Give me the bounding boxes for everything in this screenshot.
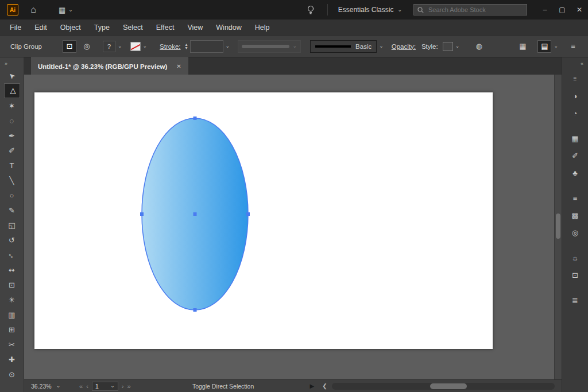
swatches-panel-icon[interactable]: ▦ bbox=[567, 131, 584, 145]
panel-menu-icon[interactable]: ≡ bbox=[567, 72, 584, 86]
last-artboard-button[interactable]: » bbox=[127, 383, 130, 390]
stroke-panel-icon[interactable]: ≡ bbox=[567, 191, 584, 205]
opacity-link[interactable]: Opacity: bbox=[392, 43, 416, 50]
horizontal-scrollbar-thumb[interactable] bbox=[430, 383, 467, 389]
status-text: Toggle Direct Selection bbox=[152, 383, 295, 390]
document-tab[interactable]: Untitled-1* @ 36.23% (RGB/GPU Preview) ✕ bbox=[31, 57, 188, 75]
controlbar-right-group: ▦ ▤ ⌄ ≡ bbox=[516, 40, 580, 53]
select-similar-button[interactable]: ◎ bbox=[80, 40, 94, 53]
first-artboard-button[interactable]: « bbox=[79, 383, 83, 390]
canvas[interactable] bbox=[24, 75, 562, 379]
pencil-tool[interactable]: ✎ bbox=[4, 203, 20, 218]
zoom-tool[interactable]: ⊙ bbox=[4, 367, 20, 382]
type-tool[interactable]: T bbox=[4, 158, 20, 173]
menu-view[interactable]: View bbox=[185, 22, 204, 33]
anchor-point-right[interactable] bbox=[246, 212, 250, 216]
status-options-arrow[interactable]: ▶ bbox=[310, 383, 315, 389]
menu-item-label: Edit bbox=[34, 24, 47, 32]
expand-panels-button[interactable]: « bbox=[581, 59, 588, 68]
zoom-level-dropdown[interactable]: 36.23% ⌄ bbox=[31, 383, 71, 390]
magic-wand-tool[interactable]: ✶ bbox=[4, 98, 20, 113]
chevron-down-icon: ⌄ bbox=[397, 7, 402, 13]
next-artboard-button[interactable]: › bbox=[122, 383, 124, 390]
stroke-color-dropdown[interactable]: ⌄ bbox=[130, 42, 148, 51]
scroll-left-icon[interactable]: ❮ bbox=[322, 383, 327, 389]
menu-type[interactable]: Type bbox=[92, 22, 111, 33]
vertical-scrollbar[interactable] bbox=[554, 75, 562, 379]
recolor-artwork-button[interactable]: ◍ bbox=[472, 40, 486, 53]
menu-edit[interactable]: Edit bbox=[33, 22, 49, 33]
menu-effect[interactable]: Effect bbox=[154, 22, 176, 33]
hand-tool[interactable]: ✚ bbox=[4, 352, 20, 367]
tool-icon: ▥ bbox=[8, 311, 15, 319]
appearance-panel-icon[interactable]: ☼ bbox=[567, 251, 584, 265]
workspace-switcher[interactable]: Essentials Classic ⌄ bbox=[327, 4, 402, 15]
stroke-panel-link[interactable]: Stroke: bbox=[160, 43, 180, 50]
column-graph-tool[interactable]: ▥ bbox=[4, 307, 20, 322]
color-panel-icon[interactable]: ◑ bbox=[567, 89, 584, 103]
menu-object[interactable]: Object bbox=[59, 22, 83, 33]
artboard-number-dropdown[interactable]: 1 ⌄ bbox=[92, 382, 118, 391]
vertical-scrollbar-thumb[interactable] bbox=[556, 214, 560, 239]
adobe-stock-search[interactable] bbox=[413, 4, 527, 15]
menu-select[interactable]: Select bbox=[121, 22, 145, 33]
symbols-panel-icon[interactable]: ♣ bbox=[567, 166, 584, 180]
anchor-point-bottom[interactable] bbox=[194, 308, 197, 312]
tab-close-icon[interactable]: ✕ bbox=[176, 63, 181, 69]
anchor-point-left[interactable] bbox=[140, 212, 144, 216]
color-guide-panel-icon[interactable]: ◔ bbox=[567, 106, 584, 120]
shape-builder-tool[interactable]: ◱ bbox=[4, 218, 20, 232]
width-tool[interactable]: ↭ bbox=[4, 262, 20, 277]
menu-file[interactable]: File bbox=[8, 22, 23, 33]
chevron-down-icon: ⌄ bbox=[143, 44, 148, 49]
selection-tool[interactable]: ➤ bbox=[4, 68, 20, 83]
variable-width-profile-dropdown[interactable]: ? ⌄ bbox=[103, 41, 122, 52]
free-transform-tool[interactable]: ⊡ bbox=[4, 277, 20, 292]
menu-window[interactable]: Window bbox=[214, 22, 243, 33]
gradient-panel-icon[interactable]: ▩ bbox=[567, 208, 584, 222]
brushes-panel-icon[interactable]: ✐ bbox=[567, 149, 584, 162]
arrange-documents-button[interactable]: ▦ ⌄ bbox=[55, 0, 76, 20]
graphic-style-dropdown[interactable]: ⌄ bbox=[443, 42, 460, 51]
controlbar-menu-button[interactable]: ≡ bbox=[566, 40, 580, 53]
search-input[interactable] bbox=[427, 6, 516, 14]
tool-icon: ↺ bbox=[9, 236, 15, 244]
panel-icon: ✐ bbox=[572, 152, 578, 160]
horizontal-scrollbar[interactable] bbox=[332, 383, 555, 390]
menu-help[interactable]: Help bbox=[253, 22, 272, 33]
scale-tool[interactable]: ↔ bbox=[4, 247, 20, 262]
document-arrangement-button[interactable]: ▦ bbox=[516, 40, 529, 53]
home-button[interactable]: ⌂ bbox=[22, 0, 45, 20]
isolate-selected-object-button[interactable]: ⊡ bbox=[63, 40, 76, 53]
close-button[interactable]: ✕ bbox=[571, 0, 588, 20]
graphic-styles-panel-icon[interactable]: ⊡ bbox=[567, 268, 584, 282]
menu-item-label: Effect bbox=[156, 24, 175, 32]
minimize-button[interactable]: – bbox=[536, 0, 554, 20]
previous-artboard-button[interactable]: ‹ bbox=[86, 383, 88, 390]
stroke-weight-stepper[interactable]: ▴ ▾ bbox=[185, 43, 188, 50]
artboard-tool[interactable]: ⊞ bbox=[4, 322, 20, 337]
transparency-panel-icon[interactable]: ◎ bbox=[567, 226, 584, 239]
ellipse-tool[interactable]: ○ bbox=[4, 188, 20, 203]
stroke-weight-dropdown[interactable]: ⌄ bbox=[190, 40, 230, 53]
whats-new-button[interactable] bbox=[307, 0, 315, 20]
line-segment-tool[interactable]: ╲ bbox=[4, 173, 20, 188]
maximize-button[interactable]: ▢ bbox=[554, 0, 571, 20]
stroke-style-dropdown[interactable]: Basic ⌄ bbox=[310, 40, 384, 53]
lasso-tool[interactable]: ◌ bbox=[4, 113, 20, 128]
expand-tools-button[interactable]: » bbox=[0, 59, 7, 68]
stroke-style-value: Basic bbox=[355, 43, 372, 50]
layers-panel-icon[interactable]: ≣ bbox=[567, 293, 584, 307]
symbol-sprayer-tool[interactable]: ✳ bbox=[4, 292, 20, 307]
menu-item-label: View bbox=[187, 24, 203, 32]
anchor-point-top[interactable] bbox=[194, 117, 197, 120]
paintbrush-tool[interactable]: ✐ bbox=[4, 143, 20, 158]
slice-tool[interactable]: ✂ bbox=[4, 337, 20, 352]
variable-width-value: ? bbox=[103, 41, 115, 52]
direct-selection-tool[interactable]: ▷ bbox=[4, 83, 20, 98]
pen-tool[interactable]: ✒ bbox=[4, 128, 20, 143]
center-point[interactable] bbox=[194, 212, 197, 216]
rotate-tool[interactable]: ↺ bbox=[4, 232, 20, 247]
panel-toggle-button[interactable]: ▤ ⌄ bbox=[537, 40, 558, 53]
tool-icon: ▷ bbox=[7, 88, 16, 94]
